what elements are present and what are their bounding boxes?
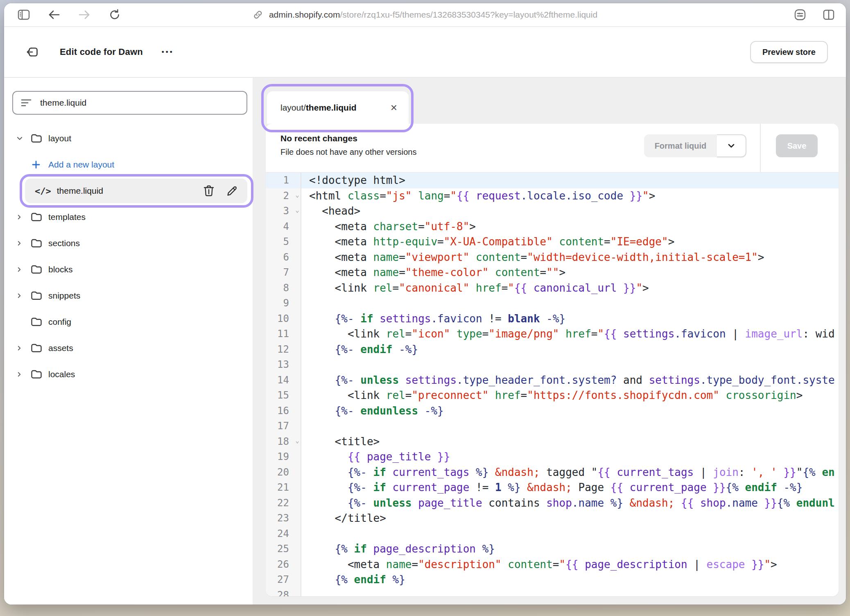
- code-line[interactable]: 21 {%- if current_page != 1 %} &ndash; P…: [266, 480, 839, 496]
- folder-icon: [30, 264, 48, 275]
- sidebar-folder-sections[interactable]: sections: [4, 230, 253, 256]
- code-line[interactable]: 13: [266, 357, 839, 373]
- folder-icon: [30, 317, 48, 327]
- chevron-right-icon[interactable]: [16, 240, 30, 247]
- line-number: 11: [266, 326, 301, 342]
- code-line[interactable]: 15 <link rel="preconnect" href="https://…: [266, 388, 839, 403]
- editor-header: No recent changes File does not have any…: [266, 124, 839, 172]
- line-number: 5: [266, 234, 301, 250]
- code-line[interactable]: 19 {{ page_title }}: [266, 449, 839, 465]
- folder-label: templates: [48, 212, 86, 222]
- folder-label: layout: [48, 134, 71, 143]
- folder-icon: [30, 212, 48, 222]
- code-line[interactable]: 6 <meta name="viewport" content="width=d…: [266, 250, 839, 265]
- fold-chevron-icon[interactable]: ⌄: [295, 192, 299, 198]
- line-number: 12: [266, 342, 301, 358]
- line-number: 16: [266, 403, 301, 419]
- code-line[interactable]: 14 {%- unless settings.type_header_font.…: [266, 373, 839, 388]
- search-input[interactable]: theme.liquid: [12, 91, 247, 115]
- format-dropdown-button[interactable]: [717, 134, 746, 157]
- line-number: 17: [266, 419, 301, 434]
- close-icon[interactable]: ×: [389, 102, 399, 113]
- code-line[interactable]: 25 {% if page_description %}: [266, 541, 839, 557]
- sidebar-toggle-icon[interactable]: [15, 6, 33, 24]
- code-line[interactable]: 10 {%- if settings.favicon != blank -%}: [266, 311, 839, 327]
- url-field[interactable]: admin.shopify.com/store/rzq1xu-f5/themes…: [253, 3, 597, 26]
- app-header: Edit code for Dawn ••• Preview store: [4, 27, 846, 78]
- chevron-right-icon[interactable]: [16, 266, 30, 273]
- chevron-down-icon[interactable]: [16, 134, 30, 143]
- code-rows: 1<!doctype html>2⌄<html class="js" lang=…: [266, 173, 839, 596]
- code-line[interactable]: 20 {%- if current_tags %} &ndash; tagged…: [266, 465, 839, 480]
- sidebar-folder-templates[interactable]: templates: [4, 204, 253, 230]
- back-icon[interactable]: [45, 6, 63, 24]
- chevron-right-icon[interactable]: [16, 213, 30, 221]
- code-line[interactable]: 16 {%- endunless -%}: [266, 403, 839, 419]
- line-number: 23: [266, 511, 301, 526]
- chevron-right-icon[interactable]: [16, 344, 30, 352]
- preview-store-button[interactable]: Preview store: [750, 41, 828, 63]
- sidebar-file-theme-liquid[interactable]: </> theme.liquid: [25, 179, 247, 203]
- folder-icon: [30, 238, 48, 249]
- code-editor[interactable]: 1<!doctype html>2⌄<html class="js" lang=…: [266, 172, 839, 596]
- code-line[interactable]: 1<!doctype html>: [266, 173, 839, 188]
- reload-icon[interactable]: [106, 6, 124, 24]
- code-line[interactable]: 23 </title>: [266, 511, 839, 526]
- code-line[interactable]: 12 {%- endif -%}: [266, 342, 839, 358]
- sidebar-folder-config[interactable]: config: [4, 309, 253, 335]
- line-number: 28: [266, 588, 301, 597]
- trash-icon[interactable]: [203, 185, 215, 197]
- code-line[interactable]: 7 <meta name="theme-color" content="">: [266, 265, 839, 281]
- chevron-right-icon[interactable]: [16, 292, 30, 299]
- sidebar-folder-locales[interactable]: locales: [4, 361, 253, 387]
- code-line[interactable]: 24: [266, 526, 839, 542]
- edit-pencil-icon[interactable]: [226, 185, 238, 197]
- code-line[interactable]: 8 <link rel="canonical" href="{{ canonic…: [266, 281, 839, 296]
- tune-icon[interactable]: [791, 6, 809, 24]
- code-line[interactable]: 2⌄<html class="js" lang="{{ request.loca…: [266, 188, 839, 204]
- page-title: Edit code for Dawn: [60, 47, 143, 57]
- plus-icon: [31, 160, 41, 170]
- code-line[interactable]: 18⌄ <title>: [266, 434, 839, 450]
- fold-chevron-icon[interactable]: ⌄: [295, 207, 299, 213]
- code-line[interactable]: 11 <link rel="icon" type="image/png" hre…: [266, 326, 839, 342]
- split-view-icon[interactable]: [820, 6, 838, 24]
- code-line[interactable]: 27 {% endif %}: [266, 572, 839, 588]
- chevron-right-icon[interactable]: [16, 371, 30, 378]
- sidebar-folder-blocks[interactable]: blocks: [4, 256, 253, 283]
- tab-bar: layout/theme.liquid ×: [253, 78, 846, 124]
- code-line[interactable]: 26 <meta name="description" content="{{ …: [266, 557, 839, 573]
- add-new-layout-link[interactable]: Add a new layout: [4, 152, 253, 178]
- sidebar-file-theme-liquid-row: </> theme.liquid: [4, 178, 253, 204]
- sidebar-folder-assets[interactable]: assets: [4, 335, 253, 361]
- code-line[interactable]: 17: [266, 419, 839, 434]
- line-number: 14: [266, 373, 301, 388]
- code-line[interactable]: 9: [266, 296, 839, 311]
- search-value: theme.liquid: [40, 98, 86, 108]
- code-line[interactable]: 3⌄ <head>: [266, 204, 839, 219]
- line-number: 6: [266, 250, 301, 265]
- editor-card: No recent changes File does not have any…: [266, 124, 839, 596]
- line-number: 1: [266, 173, 301, 188]
- forward-icon[interactable]: [75, 6, 93, 24]
- more-menu-button[interactable]: •••: [162, 48, 174, 56]
- line-number: 21: [266, 480, 301, 496]
- tab-layout-theme-liquid[interactable]: layout/theme.liquid ×: [267, 91, 409, 124]
- sidebar-folder-snippets[interactable]: snippets: [4, 283, 253, 309]
- save-button[interactable]: Save: [776, 134, 818, 157]
- code-line[interactable]: 28: [266, 588, 839, 597]
- exit-icon[interactable]: [24, 43, 42, 61]
- fold-chevron-icon[interactable]: ⌄: [295, 437, 299, 444]
- folder-icon: [30, 343, 48, 353]
- format-liquid-button[interactable]: Format liquid: [644, 134, 717, 157]
- line-number: 25: [266, 541, 301, 557]
- code-line[interactable]: 22 {%- unless page_title contains shop.n…: [266, 496, 839, 511]
- chevron-down-icon: [726, 141, 736, 151]
- code-line[interactable]: 5 <meta http-equiv="X-UA-Compatible" con…: [266, 234, 839, 250]
- status-subtitle: File does not have any other versions: [280, 147, 839, 157]
- sidebar-folder-layout[interactable]: layout: [4, 125, 253, 152]
- folder-label: snippets: [48, 291, 80, 301]
- code-line[interactable]: 4 <meta charset="utf-8">: [266, 219, 839, 235]
- line-number: 18⌄: [266, 434, 301, 450]
- file-tree: layout Add a new layout </> theme.liquid: [4, 125, 253, 387]
